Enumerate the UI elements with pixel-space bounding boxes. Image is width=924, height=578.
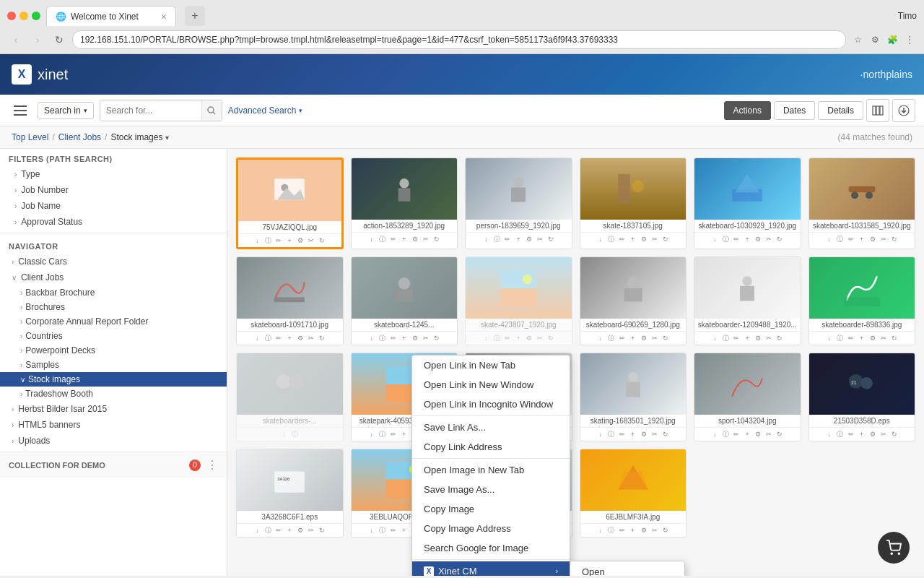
edit-21[interactable]: ✏ [617,525,627,535]
nav-more-icon[interactable]: ⋮ [902,33,917,47]
cut-2[interactable]: ✂ [535,234,545,244]
image-card-18[interactable]: 3A326 3A3268C6F1.eps ↓ ⓘ ✏ + ⚙ ✂ ↻ [236,449,344,538]
info-21[interactable]: ⓘ [606,525,616,535]
add-15[interactable]: + [628,429,638,439]
extension-icon[interactable]: 🧩 [885,33,899,47]
info-12[interactable]: ⓘ [290,429,300,439]
edit-9[interactable]: ✏ [617,333,627,343]
add-8[interactable]: + [513,333,523,343]
dl-1[interactable]: ↓ [367,234,377,244]
info-4[interactable]: ⓘ [720,234,731,244]
refresh-16[interactable]: ↻ [775,429,785,439]
ctx-open-new-tab[interactable]: Open Link in New Tab [412,355,570,375]
add-18[interactable]: + [284,525,295,535]
details-button[interactable]: Details [818,101,863,120]
ctx-copy-link[interactable]: Copy Link Address [412,437,570,457]
image-card-15[interactable]: skating-1683501_1920.jpg ↓ ⓘ ✏ + ⚙ ✂ ↻ [580,353,687,441]
gear-16[interactable]: ⚙ [753,429,763,439]
filter-job-name[interactable]: › Job Name [0,198,227,214]
info-18[interactable]: ⓘ [263,525,273,535]
advanced-search-link[interactable]: Advanced Search ▾ [228,105,303,116]
dl-11[interactable]: ↓ [824,333,834,343]
edit-15[interactable]: ✏ [617,429,627,439]
image-card-8[interactable]: skate-423807_1920.jpg ↓ ⓘ ✏ + ⚙ ✂ ↻ [465,256,572,345]
refresh-15[interactable]: ↻ [661,429,671,439]
dl-13[interactable]: ↓ [367,429,377,439]
dl-17[interactable]: ↓ [824,429,834,439]
cut-1[interactable]: ✂ [421,234,431,244]
image-card-9[interactable]: skateboard-690269_1280.jpg ↓ ⓘ ✏ + ⚙ ✂ ↻ [580,256,687,345]
image-card-16[interactable]: sport-1043204.jpg ↓ ⓘ ✏ + ⚙ ✂ ↻ [694,353,801,441]
nav-child-backbar[interactable]: › Backbar Brochure [0,285,227,300]
edit-16[interactable]: ✏ [731,429,741,439]
gear-3[interactable]: ⚙ [639,234,649,244]
add-9[interactable]: + [628,333,638,343]
info-1[interactable]: ⓘ [378,234,388,244]
add-5[interactable]: + [857,234,867,244]
hamburger-menu[interactable] [9,99,32,122]
edit-1[interactable]: ✏ [388,234,398,244]
breadcrumb-stockimages[interactable]: Stock images [110,132,162,142]
search-in-dropdown[interactable]: Search in ▾ [38,102,94,119]
edit-18[interactable]: ✏ [274,525,284,535]
image-card-21[interactable]: 6EJBLMF3IA.jpg ↓ ⓘ ✏ + ⚙ ✂ ↻ [580,449,687,538]
info-13[interactable]: ⓘ [378,429,388,439]
info-17[interactable]: ⓘ [835,429,845,439]
tab-close-icon[interactable]: × [161,11,167,22]
actions-button[interactable]: Actions [724,101,771,120]
edit-8[interactable]: ✏ [502,333,513,343]
minimize-dot[interactable] [19,12,28,20]
edit-3[interactable]: ✏ [617,234,627,244]
add-16[interactable]: + [742,429,752,439]
edit-5[interactable]: ✏ [846,234,856,244]
add-19[interactable]: + [399,525,409,535]
add-6[interactable]: + [284,333,295,343]
cut-21[interactable]: ✂ [650,525,660,535]
ctx-save-image[interactable]: Save Image As... [412,480,570,499]
nav-item-classic-cars[interactable]: › Classic Cars [0,254,227,269]
filter-type[interactable]: › Type [0,166,227,182]
cut-16[interactable]: ✂ [764,429,774,439]
gear-8[interactable]: ⚙ [524,333,534,343]
edit-19[interactable]: ✏ [388,525,398,535]
dl-3[interactable]: ↓ [596,234,606,244]
refresh-3[interactable]: ↻ [661,234,671,244]
nav-item-uploads[interactable]: › Uploads [0,433,227,449]
address-bar[interactable]: 192.168.151.10/PORTAL/BROWSE.php?tmpl=br… [72,30,846,49]
edit-11[interactable]: ✏ [846,333,856,343]
ctx-open-new-window[interactable]: Open Link in New Window [412,375,570,394]
image-card-6[interactable]: skateboard-1091710.jpg ↓ ⓘ ✏ + ⚙ ✂ ↻ [236,256,344,345]
edit-4[interactable]: ✏ [731,234,741,244]
image-card-3[interactable]: skate-1837105.jpg ↓ ⓘ ✏ + ⚙ ✂ ↻ [580,158,687,249]
add-11[interactable]: + [857,333,867,343]
gear-4[interactable]: ⚙ [753,234,763,244]
cut-4[interactable]: ✂ [764,234,774,244]
refresh-4[interactable]: ↻ [775,234,785,244]
gear-7[interactable]: ⚙ [410,333,420,343]
refresh-10[interactable]: ↻ [775,333,785,343]
forward-button[interactable]: › [29,31,46,48]
dl-21[interactable]: ↓ [596,525,606,535]
dl-2[interactable]: ↓ [481,234,491,244]
breadcrumb-clientjobs[interactable]: Client Jobs [58,132,101,142]
cut-9[interactable]: ✂ [650,333,660,343]
nav-child-tradeshow[interactable]: › Tradeshow Booth [0,387,227,401]
add-4[interactable]: + [742,234,752,244]
ctx-open-incognito[interactable]: Open Link in Incognito Window [412,394,570,414]
add-1[interactable]: + [399,234,409,244]
info-6[interactable]: ⓘ [263,333,273,343]
info-15[interactable]: ⓘ [606,429,616,439]
gear-18[interactable]: ⚙ [295,525,305,535]
search-input[interactable] [100,103,201,118]
breadcrumb-toplevel[interactable]: Top Level [12,132,48,142]
gear-5[interactable]: ⚙ [868,234,878,244]
edit-17[interactable]: ✏ [846,429,856,439]
settings-icon[interactable]: ⚙ [868,33,882,47]
refresh-9[interactable]: ↻ [661,333,671,343]
dl-7[interactable]: ↓ [367,333,377,343]
ctx-xinet-cm[interactable]: X Xinet CM › Open Reveal High Reveal FPO [412,561,570,576]
cut-0[interactable]: ✂ [306,236,316,246]
dl-18[interactable]: ↓ [252,525,262,535]
bookmark-icon[interactable]: ☆ [850,33,865,47]
gear-15[interactable]: ⚙ [639,429,649,439]
